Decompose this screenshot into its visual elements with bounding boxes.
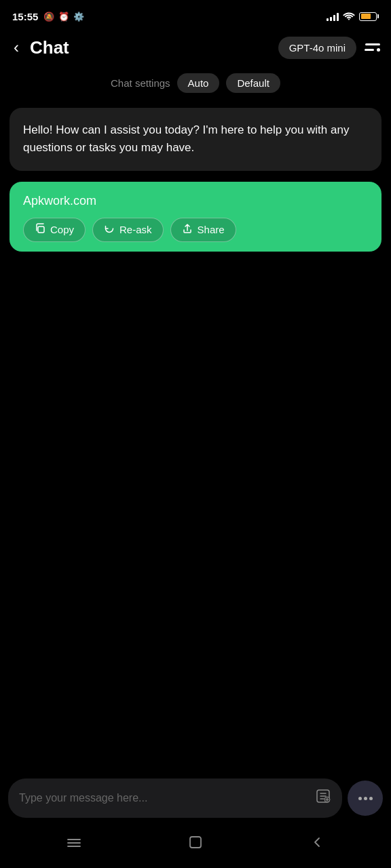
reask-icon [104, 223, 115, 237]
mute-icon: 🔕 [43, 12, 54, 22]
settings-bar: Chat settings Auto Default [0, 68, 391, 102]
user-message-bubble: Apkwork.com Copy [10, 182, 381, 252]
auto-pill[interactable]: Auto [177, 73, 220, 93]
settings-icon: ⚙️ [73, 12, 84, 22]
chat-area: Hello! How can I assist you today? I'm h… [0, 102, 391, 772]
menu-button[interactable] [365, 43, 380, 52]
share-label: Share [198, 224, 225, 235]
status-time: 15:55 [12, 11, 38, 22]
message-input-placeholder[interactable]: Type your message here... [19, 792, 308, 804]
copy-button[interactable]: Copy [23, 218, 86, 242]
header: ‹ Chat GPT-4o mini [0, 30, 391, 68]
back-button[interactable]: ‹ [11, 35, 22, 60]
svg-rect-6 [190, 837, 201, 848]
wifi-icon [343, 11, 355, 22]
share-icon [182, 223, 193, 237]
message-input-container[interactable]: Type your message here... [8, 778, 342, 818]
share-button[interactable]: Share [170, 218, 236, 242]
more-options-button[interactable] [348, 781, 383, 816]
signal-icon [327, 12, 339, 21]
default-pill[interactable]: Default [226, 73, 280, 93]
attachment-icon[interactable] [315, 788, 331, 808]
user-message-text: Apkwork.com [23, 194, 368, 208]
nav-bar [0, 825, 391, 868]
alarm-icon: ⏰ [58, 12, 69, 22]
ai-message-text: Hello! How can I assist you today? I'm h… [23, 123, 349, 154]
user-message-wrapper: Apkwork.com Copy [10, 182, 381, 252]
copy-icon [35, 223, 45, 237]
message-actions: Copy Re-ask [23, 218, 368, 242]
nav-home-icon[interactable] [187, 834, 204, 854]
settings-label: Chat settings [111, 77, 170, 89]
page-title: Chat [30, 37, 270, 58]
ai-message-bubble: Hello! How can I assist you today? I'm h… [10, 108, 381, 171]
model-selector[interactable]: GPT-4o mini [278, 37, 356, 59]
reask-button[interactable]: Re-ask [92, 218, 164, 242]
nav-menu-icon[interactable] [66, 834, 82, 854]
bottom-bar: Type your message here... [0, 772, 391, 825]
nav-back-icon[interactable] [309, 834, 325, 854]
reask-label: Re-ask [119, 224, 152, 235]
copy-label: Copy [50, 224, 74, 235]
battery-icon [359, 12, 379, 21]
svg-rect-0 [38, 226, 44, 233]
status-bar: 15:55 🔕 ⏰ ⚙️ [0, 0, 391, 30]
